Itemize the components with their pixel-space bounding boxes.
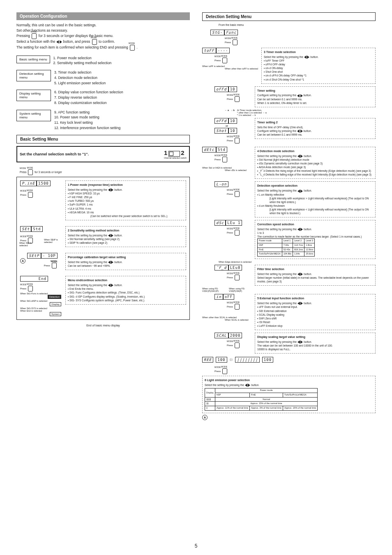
timer2-title: Timer setting 2 bbox=[257, 120, 373, 125]
arrow-right-icon bbox=[111, 234, 113, 237]
arrow-right-icon bbox=[300, 94, 303, 97]
ch-sel-label: Channel selection switch bbox=[164, 157, 187, 159]
bsm-header: Basic Setting Menu bbox=[16, 135, 190, 143]
dsm-header: Detection Setting Menu bbox=[202, 12, 376, 21]
disp-item-8: 8. Display customization selection bbox=[54, 100, 123, 106]
big-1: 1 bbox=[164, 149, 167, 156]
mark-a-right: A bbox=[202, 415, 208, 420]
arrow-right-icon bbox=[300, 130, 303, 133]
menu-end-title: Menu end/continue selection bbox=[68, 278, 184, 282]
box-sel: Select the setting by pressing the butto… bbox=[205, 383, 373, 387]
det-item-3: 3. Timer mode selection bbox=[54, 70, 106, 75]
from-basic: From the basic menu bbox=[219, 23, 376, 26]
press-lbl: MODEPress bbox=[227, 94, 251, 102]
seg-ree: REE bbox=[202, 357, 213, 363]
timer-set-title: Timer setting bbox=[257, 89, 373, 93]
mode-icon bbox=[222, 157, 227, 162]
box-corr: Correction speed selection Select the se… bbox=[255, 220, 376, 259]
press-lbl: MODEPress bbox=[20, 190, 61, 198]
pct-body: Select the setting by pressing the butto… bbox=[68, 260, 184, 268]
at-timer: ← a ↓ b At Timer mode selection, * other… bbox=[225, 109, 376, 116]
b5-rst: rSt Reset bbox=[259, 321, 270, 324]
mode-icon bbox=[235, 304, 240, 310]
press-lbl: MODEPress bbox=[227, 135, 251, 143]
seg-dsc: dSc bbox=[214, 220, 226, 226]
box-4: 4 Detection mode selection Select the se… bbox=[255, 147, 376, 179]
intro-l5b: . bbox=[136, 45, 138, 49]
box-sel: Select the setting by pressing the butto… bbox=[257, 301, 373, 305]
seg-toff: toFF bbox=[202, 48, 216, 53]
press-lbl: MODEPress bbox=[20, 283, 61, 291]
box5-title: 5 External input function selection bbox=[257, 296, 373, 301]
press-lbl: MODEPress bbox=[225, 37, 376, 45]
seg-10p: - 10P bbox=[41, 253, 58, 259]
arrow-right-icon bbox=[300, 340, 303, 344]
arrow-left-icon bbox=[245, 384, 247, 387]
mode-icon bbox=[52, 263, 57, 268]
mode-icon bbox=[235, 191, 240, 197]
sys-item-11: 11. Key lock level setting bbox=[54, 120, 120, 125]
b6-table: DisplayPower mode hSPFinETurb/SuPr/uLtr/… bbox=[205, 388, 318, 410]
corr-body: Select the setting by pressing the butto… bbox=[257, 227, 373, 238]
do-don: [Light intensity with workpiece < Light … bbox=[257, 208, 373, 215]
mode-icon bbox=[222, 58, 227, 63]
box-sel: Select the setting by pressing the butto… bbox=[257, 154, 373, 158]
b3-ondshot: on-d Shot ON-delay One-shot *1 bbox=[265, 78, 304, 81]
sys-menu-box: System setting menu bbox=[16, 110, 51, 121]
arrow-right-icon bbox=[248, 384, 250, 387]
box-5: 5 External input function selection Sele… bbox=[255, 294, 376, 330]
b5-off: oFF Does not use external input. bbox=[259, 305, 297, 308]
box-sel: Select the setting by pressing the butto… bbox=[68, 283, 184, 287]
b1-turbo: turb TURBO: 500 μs bbox=[69, 199, 94, 202]
filter-body: Select the setting by pressing the butto… bbox=[257, 272, 373, 283]
seg-leui: LEu 1 bbox=[226, 220, 242, 226]
end-basic: End of basic menu display bbox=[16, 324, 190, 327]
seg-bars: |||||||| bbox=[235, 357, 259, 363]
seg-dashes: ---- bbox=[216, 48, 230, 53]
b1-mega: nEGA MEGA: 16 ms bbox=[69, 211, 94, 214]
intro-l4b: button, and press bbox=[62, 39, 91, 44]
sys-item-12: 12. Interference prevention function set… bbox=[54, 125, 120, 131]
b3-toff: toFF Timer OFF bbox=[265, 59, 284, 62]
arrow-left-icon bbox=[297, 155, 300, 158]
intro-l1: Normally, this unit can be used in the b… bbox=[16, 23, 190, 28]
box-filter: Filter time selection Select the setting… bbox=[255, 265, 376, 286]
me-sys: StG- SYS Configures system settings. (AP… bbox=[69, 299, 144, 302]
mode-icon bbox=[235, 96, 240, 102]
seg-10b: 10 bbox=[228, 118, 237, 124]
pct-title: Percentage calibration target value sett… bbox=[68, 255, 184, 259]
b3-ond: on-d ON-delay bbox=[265, 67, 283, 69]
press-lbl: MODEPress bbox=[227, 301, 251, 310]
set-switch-text: Set the channel selection switch to "1". bbox=[20, 152, 89, 156]
seg-set: SEt bbox=[20, 226, 31, 232]
mode-icon bbox=[233, 39, 238, 45]
intro-l4a: Select a function with the bbox=[16, 39, 56, 44]
double-arrow-icon: ⟨ ⟩ bbox=[230, 358, 233, 361]
seg-100b: 100 bbox=[262, 357, 273, 363]
or-label: or bbox=[202, 125, 251, 127]
mode-icon bbox=[92, 39, 97, 45]
detop-title: Detection operation selection bbox=[257, 184, 373, 188]
seg-leu8: LEu8 bbox=[228, 265, 242, 271]
b2-setp: SEtP % calibration (see page 2) bbox=[69, 241, 107, 244]
press-lbl: MODEPress bbox=[227, 272, 251, 280]
box-2: 2 Sensitivity setting method selection S… bbox=[65, 226, 186, 247]
arrow-left-icon bbox=[108, 188, 111, 192]
label-a: a bbox=[228, 109, 229, 111]
when-edge: When Edge detection is selected bbox=[219, 261, 376, 263]
det-item-5: 5. Light emission power selection bbox=[54, 81, 106, 86]
filter-title: Filter time selection bbox=[257, 267, 373, 271]
seg-1500: 1500 bbox=[37, 180, 51, 186]
box-sel: Select the setting by pressing the butto… bbox=[264, 55, 373, 59]
arrow-left-icon bbox=[108, 284, 111, 287]
arrow-right-icon bbox=[111, 284, 113, 287]
sys-item-9: 9. APC function setting bbox=[54, 110, 120, 115]
seg-off: oFF bbox=[223, 294, 234, 300]
intro-l5: The setting for each item is confirmed w… bbox=[16, 45, 190, 51]
box2-title: 2 Sensitivity setting method selection bbox=[68, 229, 184, 233]
seg-shot: Shot bbox=[214, 128, 228, 134]
when-other-toff: When other than toFF is selected bbox=[225, 67, 258, 70]
b1-ultra: ULtr ULTRA: 4 ms bbox=[69, 207, 91, 210]
box3-title: 3 Timer mode selection bbox=[264, 50, 373, 54]
intro-l4c: to confirm. bbox=[98, 39, 115, 44]
